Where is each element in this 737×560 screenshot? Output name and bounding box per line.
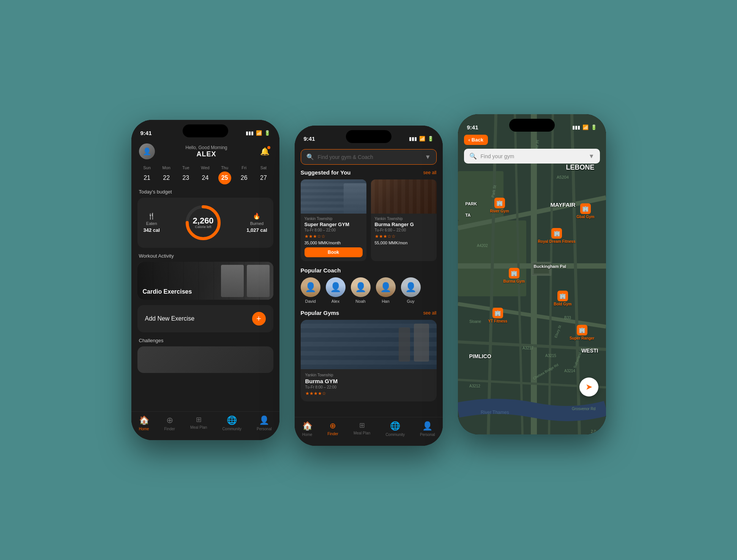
notification-bell[interactable]: 🔔 <box>258 145 272 158</box>
nav-home[interactable]: 🏠 Home <box>139 415 149 431</box>
gym-pin-label-burma: Burma Gym <box>503 279 525 283</box>
gym-stars-1: ★★★☆☆ <box>305 234 363 239</box>
status-icons-center: ▮▮▮ 📶 🔋 <box>409 136 434 142</box>
svg-text:A5204: A5204 <box>557 175 569 179</box>
day-thu[interactable]: Thu 25 <box>216 165 233 184</box>
suggested-title: Suggested for You <box>301 169 351 176</box>
add-plus-icon[interactable]: + <box>252 312 266 326</box>
filter-icon[interactable]: ▼ <box>425 154 431 160</box>
gym-township-1: Yankin Township <box>305 217 363 221</box>
book-button-1[interactable]: Book <box>305 247 363 257</box>
nav-mealplan[interactable]: ⊞ Meal Plan <box>190 415 207 431</box>
nav-community[interactable]: 🌐 Community <box>222 415 241 431</box>
gym-card-burma-ranger[interactable]: Yankin Township Burma Ranger G Tu-Fr 6:0… <box>371 179 437 261</box>
gym-body-super-ranger: Yankin Township Super Ranger GYM Tu-Fr 8… <box>301 214 366 261</box>
gym-pin-icon-gbal: 🏢 <box>580 203 591 214</box>
gym-pin-icon-super-ranger: 🏢 <box>577 325 587 335</box>
community-nav-label-c: Community <box>385 433 405 437</box>
coach-name-han: Han <box>382 299 389 304</box>
gym-pin-bold[interactable]: 🏢 Bold Gym <box>554 291 571 306</box>
gym-name-2: Burma Ranger G <box>375 222 433 227</box>
gym-pin-gbal[interactable]: 🏢 Gbal Gym <box>576 203 594 219</box>
gym-pin-royal[interactable]: 🏢 Royal Dream Fitness <box>538 228 576 244</box>
see-all-gyms[interactable]: see all <box>423 310 437 316</box>
greeting-block: Hello, Good Morning ALEX <box>185 145 227 158</box>
day-fri[interactable]: Fri 26 <box>236 165 253 184</box>
workout-card[interactable]: Cardio Exercises <box>137 262 273 300</box>
search-container: 🔍 Find your gym & Coach ▼ <box>295 146 443 169</box>
buckingham-palace-label: Buckingham Pal <box>534 264 567 269</box>
burned-value: 1,027 cal <box>246 227 267 233</box>
community-nav-icon-c: 🌐 <box>390 421 400 431</box>
home-nav-label-c: Home <box>302 433 312 437</box>
coach-guy[interactable]: 👤 Guy <box>401 277 421 304</box>
mealplan-nav-label: Meal Plan <box>190 425 207 429</box>
signal-icon-r: ▮▮▮ <box>572 124 580 130</box>
add-exercise-button[interactable]: Add New Exercise + <box>137 305 273 332</box>
map-screen: 9:41 ▮▮▮ 📶 🔋 <box>458 114 606 434</box>
map-filter-icon[interactable]: ▼ <box>589 153 595 160</box>
home-screen: 9:41 ▮▮▮ 📶 🔋 👤 Hello, Good Morning ALEX … <box>131 120 279 440</box>
community-nav-icon: 🌐 <box>227 415 237 425</box>
battery-icon: 🔋 <box>264 130 270 136</box>
challenges-image <box>137 346 273 373</box>
avatar[interactable]: 👤 <box>139 143 155 159</box>
location-arrow-icon: ➤ <box>585 382 592 392</box>
personal-nav-label: Personal <box>257 427 271 431</box>
suggested-header: Suggested for You see all <box>295 169 443 179</box>
popular-gym-card[interactable]: Yankin Township Burma GYM Tu-Fr 8:00 – 2… <box>301 320 437 401</box>
day-tue[interactable]: Tue 23 <box>177 165 194 184</box>
gym-pin-icon-burma: 🏢 <box>509 268 519 278</box>
status-time-left: 9:41 <box>140 130 152 136</box>
see-all-suggested[interactable]: see all <box>423 170 437 175</box>
gym-pin-yt[interactable]: 🏢 YT Fitness <box>488 308 508 323</box>
map-search-icon: 🔍 <box>469 153 477 160</box>
home-nav-icon-c: 🏠 <box>302 421 312 431</box>
greeting-text: Hello, Good Morning <box>185 145 227 150</box>
gym-price-2: 55,000 MMK/mon <box>375 241 433 245</box>
day-sat[interactable]: Sat 27 <box>255 165 272 184</box>
dynamic-island <box>183 124 228 137</box>
wifi-icon-r: 📶 <box>582 124 589 130</box>
back-button[interactable]: ‹ Back <box>464 135 488 145</box>
gym-pin-label-gbal: Gbal Gym <box>576 215 594 219</box>
gym-pin-icon-royal: 🏢 <box>551 228 562 239</box>
coach-han[interactable]: 👤 Han <box>376 277 396 304</box>
finder-nav-icon-c: ⊕ <box>330 421 336 430</box>
gym-pin-burma[interactable]: 🏢 Burma Gym <box>503 268 525 283</box>
nav-personal-c[interactable]: 👤 Personal <box>420 421 435 437</box>
gym-pin-river[interactable]: 🏢 River Gym <box>490 198 509 213</box>
nav-home-c[interactable]: 🏠 Home <box>302 421 312 437</box>
coach-noah[interactable]: 👤 Noah <box>351 277 371 304</box>
signal-icon: ▮▮▮ <box>246 130 254 136</box>
back-chevron-icon: ‹ <box>469 137 470 143</box>
day-sun[interactable]: Sun 21 <box>139 165 155 184</box>
gym-body-burma-ranger: Yankin Township Burma Ranger G Tu-Fr 6:0… <box>371 214 437 249</box>
challenges-card[interactable] <box>137 346 273 373</box>
home-nav-label: Home <box>139 427 149 431</box>
challenges-label: Challenges <box>131 338 279 346</box>
status-time-center: 9:41 <box>304 135 315 142</box>
avatar-image: 👤 <box>139 143 155 159</box>
gym-pin-super-ranger[interactable]: 🏢 Super Ranger <box>570 325 595 340</box>
nav-mealplan-c[interactable]: ⊞ Meal Plan <box>354 421 370 437</box>
location-button[interactable]: ➤ <box>579 378 598 396</box>
search-bar[interactable]: 🔍 Find your gym & Coach ▼ <box>301 149 437 165</box>
bottom-nav-left: 🏠 Home ⊕ Finder ⊞ Meal Plan 🌐 Community … <box>131 411 279 440</box>
map-search-bar[interactable]: 🔍 Find your gym ▼ <box>464 149 600 164</box>
nav-finder-c[interactable]: ⊕ Finder <box>328 421 338 437</box>
nav-personal[interactable]: 👤 Personal <box>257 415 271 431</box>
svg-text:A3212: A3212 <box>469 384 480 388</box>
day-mon[interactable]: Mon 22 <box>158 165 175 184</box>
nav-community-c[interactable]: 🌐 Community <box>385 421 405 437</box>
coach-david[interactable]: 👤 David <box>301 277 320 304</box>
coach-alex[interactable]: 👤 Alex <box>326 277 346 304</box>
nav-finder[interactable]: ⊕ Finder <box>164 415 175 431</box>
eaten-block: 🍴 Eaten 342 cal <box>144 212 160 233</box>
gym-name-1: Super Ranger GYM <box>305 222 363 227</box>
status-icons-left: ▮▮▮ 📶 🔋 <box>246 130 270 136</box>
gym-card-super-ranger[interactable]: Yankin Township Super Ranger GYM Tu-Fr 8… <box>301 179 366 261</box>
gym-township-2: Yankin Township <box>375 217 433 221</box>
day-wed[interactable]: Wed 24 <box>197 165 213 184</box>
coach-name-guy: Guy <box>407 299 414 304</box>
